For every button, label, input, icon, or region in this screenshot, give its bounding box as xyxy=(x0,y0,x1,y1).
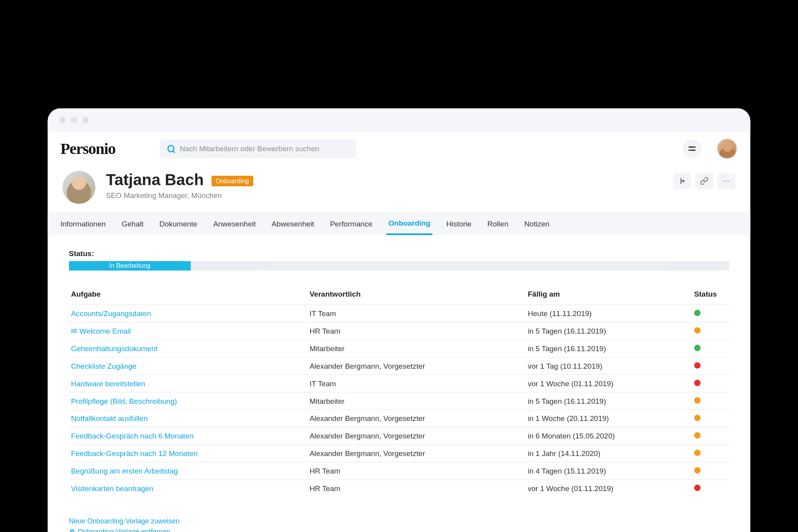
table-row: Hardware bereitstellenIT Teamvor 1 Woche… xyxy=(69,375,729,392)
tab-anwesenheit[interactable]: Anwesenheit xyxy=(211,212,258,235)
traffic-light-max[interactable] xyxy=(83,117,89,123)
employee-status-badge: Onboarding xyxy=(211,175,253,186)
responsible-cell: Alexander Bergmann, Vorgesetzter xyxy=(307,444,526,462)
employee-avatar[interactable] xyxy=(62,171,95,203)
svg-point-0 xyxy=(690,146,692,148)
due-cell: vor 1 Tag (10.11.2019) xyxy=(526,357,692,375)
tab-informationen[interactable]: Informationen xyxy=(58,212,108,235)
status-dot xyxy=(694,345,701,351)
task-link[interactable]: Welcome Email xyxy=(79,327,131,335)
due-cell: Heute (11.11.2019) xyxy=(526,304,692,322)
tab-notizen[interactable]: Notizen xyxy=(522,212,551,235)
assign-template-link[interactable]: Neue Onboarding-Vorlage zuweisen xyxy=(69,516,729,526)
table-row: Checkliste ZugängeAlexander Bergmann, Vo… xyxy=(69,357,729,375)
due-cell: in 5 Tagen (16.11.2019) xyxy=(526,322,692,339)
responsible-cell: Alexander Bergmann, Vorgesetzter xyxy=(307,410,526,427)
window-titlebar xyxy=(48,108,750,132)
responsible-cell: HR Team xyxy=(307,479,526,497)
settings-icon[interactable] xyxy=(683,139,702,158)
table-row: Feedback-Gespräch nach 12 MonatenAlexand… xyxy=(69,444,729,462)
tab-gehalt[interactable]: Gehalt xyxy=(120,212,146,235)
responsible-cell: Alexander Bergmann, Vorgesetzter xyxy=(307,427,526,445)
responsible-cell: HR Team xyxy=(307,462,526,479)
employee-name: Tatjana Bach xyxy=(106,171,204,189)
table-row: ✉Welcome EmailHR Teamin 5 Tagen (16.11.2… xyxy=(69,322,729,339)
login-as-button[interactable] xyxy=(673,173,691,189)
trash-icon: 🗑 xyxy=(69,527,76,532)
app-topbar: Personio xyxy=(48,131,750,165)
brand-logo[interactable]: Personio xyxy=(60,140,145,157)
profile-tabs: InformationenGehaltDokumenteAnwesenheitA… xyxy=(48,212,750,235)
app-window: Personio Tatjana Bach Onboarding SEO Mar… xyxy=(48,108,750,532)
status-progress-fill: In Bearbeitung xyxy=(69,261,191,270)
tab-onboarding[interactable]: Onboarding xyxy=(386,212,433,235)
profile-header: Tatjana Bach Onboarding SEO Marketing Ma… xyxy=(48,165,750,212)
responsible-cell: Alexander Bergmann, Vorgesetzter xyxy=(307,357,526,375)
responsible-cell: Mitarbeiter xyxy=(307,392,526,410)
responsible-cell: Mitarbeiter xyxy=(307,339,526,357)
status-dot xyxy=(694,362,701,368)
col-status[interactable]: Status xyxy=(692,285,729,305)
due-cell: vor 1 Woche (01.11.2019) xyxy=(526,375,692,392)
due-cell: in 1 Woche (20.11.2019) xyxy=(526,410,692,427)
tab-performance[interactable]: Performance xyxy=(328,212,374,235)
status-label: Status: xyxy=(69,249,729,258)
status-dot xyxy=(694,484,701,491)
remove-template-label: Onboarding-Vorlage entfernen xyxy=(78,527,170,532)
table-row: Notfallkontakt ausfüllenAlexander Bergma… xyxy=(69,410,729,427)
status-dot xyxy=(694,380,701,386)
table-row: Feedback-Gespräch nach 6 MonatenAlexande… xyxy=(69,427,729,445)
task-link[interactable]: Hardware bereitstellen xyxy=(71,379,145,387)
mail-icon: ✉ xyxy=(71,327,77,335)
task-link[interactable]: Profilpflege (Bild, Beschreibung) xyxy=(71,396,177,405)
col-task[interactable]: Aufgabe xyxy=(69,285,307,305)
remove-template-link[interactable]: 🗑 Onboarding-Vorlage entfernen xyxy=(69,526,729,532)
col-due[interactable]: Fällig am xyxy=(526,285,692,305)
tab-abwesenheit[interactable]: Abwesenheit xyxy=(270,212,316,235)
link-button[interactable] xyxy=(695,173,713,189)
status-dot xyxy=(694,415,701,421)
responsible-cell: HR Team xyxy=(307,322,526,339)
task-link[interactable]: Notfallkontakt ausfüllen xyxy=(71,414,148,422)
svg-point-1 xyxy=(692,149,694,151)
status-dot xyxy=(694,397,701,403)
tab-rollen[interactable]: Rollen xyxy=(485,212,510,235)
user-avatar[interactable] xyxy=(717,138,738,159)
search-icon xyxy=(168,145,175,152)
status-dot xyxy=(694,327,701,333)
template-actions: Neue Onboarding-Vorlage zuweisen 🗑 Onboa… xyxy=(69,516,729,532)
search-input[interactable] xyxy=(180,144,348,153)
tab-dokumente[interactable]: Dokumente xyxy=(157,212,200,235)
status-dot xyxy=(694,467,701,473)
status-dot xyxy=(694,432,701,438)
due-cell: vor 1 Woche (01.11.2019) xyxy=(526,479,692,497)
task-link[interactable]: Feedback-Gespräch nach 6 Monaten xyxy=(71,431,193,440)
due-cell: in 1 Jahr (14.11.2020) xyxy=(526,444,692,462)
task-link[interactable]: Begrüßung am ersten Arbeitstag xyxy=(71,467,178,475)
status-progress-bar: In Bearbeitung xyxy=(69,261,729,270)
more-button[interactable]: ⋯ xyxy=(717,173,735,189)
task-link[interactable]: Accounts/Zugangsdaten xyxy=(71,309,151,318)
status-dot xyxy=(694,449,701,456)
status-dot xyxy=(694,309,701,316)
due-cell: in 4 Tagen (15.11.2019) xyxy=(526,462,692,479)
search-field[interactable] xyxy=(160,139,356,158)
responsible-cell: IT Team xyxy=(307,375,526,392)
onboarding-tasks-table: Aufgabe Verantwortlich Fällig am Status … xyxy=(69,285,729,497)
task-link[interactable]: Feedback-Gespräch nach 12 Monaten xyxy=(71,449,198,458)
table-row: GeheimhaltungsdokumentMitarbeiterin 5 Ta… xyxy=(69,339,729,357)
responsible-cell: IT Team xyxy=(307,304,526,322)
task-link[interactable]: Geheimhaltungsdokument xyxy=(71,344,157,353)
table-row: Accounts/ZugangsdatenIT TeamHeute (11.11… xyxy=(69,304,729,322)
col-responsible[interactable]: Verantwortlich xyxy=(307,285,526,305)
task-link[interactable]: Checkliste Zugänge xyxy=(71,362,136,370)
task-link[interactable]: Visitenkarten beantragen xyxy=(71,484,153,493)
due-cell: in 6 Monaten (15.05.2020) xyxy=(526,427,692,445)
tab-historie[interactable]: Historie xyxy=(444,212,473,235)
table-row: Visitenkarten beantragenHR Teamvor 1 Woc… xyxy=(69,479,729,497)
due-cell: in 5 Tagen (16.11.2019) xyxy=(526,392,692,410)
employee-subtitle: SEO Marketing Manager, München xyxy=(106,191,253,200)
traffic-light-close[interactable] xyxy=(59,117,65,123)
due-cell: in 5 Tagen (16.11.2019) xyxy=(526,339,692,357)
traffic-light-min[interactable] xyxy=(71,117,77,123)
